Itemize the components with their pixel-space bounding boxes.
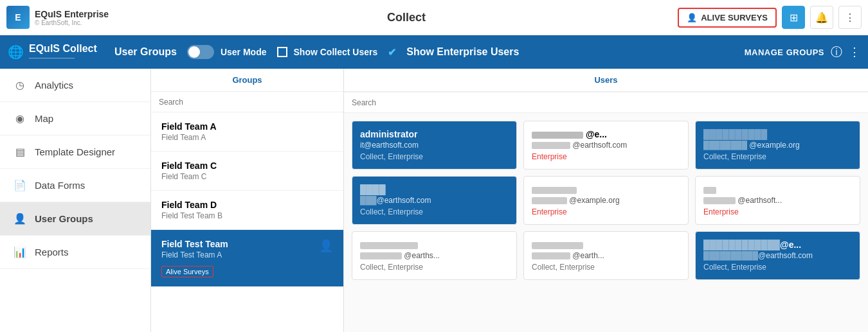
- notification-button[interactable]: 🔔: [810, 6, 833, 29]
- user-email: @earthsoft...: [703, 196, 852, 205]
- user-name: @e...: [532, 129, 680, 139]
- user-card[interactable]: @earth... Collect, Enterprise: [523, 231, 689, 280]
- logo-text: EQuIS Enterprise © EarthSoft, Inc.: [35, 9, 109, 26]
- sidebar-item-reports[interactable]: 📊 Reports: [0, 236, 150, 269]
- bar-menu-icon[interactable]: ⋮: [849, 45, 860, 59]
- user-mode-label: User Mode: [221, 47, 267, 57]
- user-card[interactable]: administrator it@earthsoft.com Collect, …: [352, 121, 517, 170]
- group-item[interactable]: Field Team A Field Team A: [151, 112, 343, 152]
- user-card[interactable]: @earthsoft... Enterprise: [695, 176, 860, 225]
- user-card[interactable]: ████████████@e... ██████████@earthsoft.c…: [695, 231, 860, 280]
- map-icon: ◉: [13, 112, 27, 125]
- top-header: E EQuIS Enterprise © EarthSoft, Inc. Col…: [0, 0, 868, 35]
- blurred-email: [532, 252, 570, 259]
- collect-brand-sub: ──────────: [29, 55, 97, 62]
- user-role: Collect, Enterprise: [360, 207, 509, 216]
- header-right: 👤 ALIVE SURVEYS ⊞ 🔔 ⋮: [678, 6, 862, 29]
- group-sub: Field Team C: [161, 172, 333, 181]
- info-icon[interactable]: ⓘ: [831, 44, 842, 60]
- collect-brand-name: EQuIS Collect: [29, 43, 97, 54]
- groups-search-area: [151, 92, 343, 112]
- blurred-email: [360, 252, 402, 259]
- user-card[interactable]: @earths... Collect, Enterprise: [352, 231, 517, 280]
- show-collect-checkbox[interactable]: [277, 47, 287, 57]
- bar-right: MANAGE GROUPS ⓘ ⋮: [739, 44, 860, 60]
- app-logo: E: [6, 6, 30, 29]
- group-sub-active: Field Test Team A: [161, 250, 228, 259]
- panels-container: Groups Field Team A Field Team A Field T…: [151, 69, 868, 332]
- user-role: Collect, Enterprise: [532, 263, 680, 272]
- analytics-icon: ◷: [13, 79, 27, 91]
- user-email: ███@earthsoft.com: [360, 196, 509, 205]
- show-enterprise-section: Show Enterprise Users: [406, 46, 519, 58]
- group-item[interactable]: Field Team C Field Team C: [151, 152, 343, 191]
- users-panel-header: Users: [344, 69, 868, 92]
- collect-brand: 🌐 EQuIS Collect ──────────: [8, 43, 104, 62]
- user-role: Enterprise: [532, 152, 680, 161]
- user-email: @earth...: [532, 251, 680, 260]
- manage-groups-button[interactable]: MANAGE GROUPS: [745, 48, 824, 57]
- alive-surveys-button[interactable]: 👤 ALIVE SURVEYS: [678, 8, 777, 28]
- group-person-icon: 👤: [319, 239, 333, 253]
- user-card[interactable]: ██████████ ████████ @example.org Collect…: [695, 121, 860, 170]
- groups-panel-header: Groups: [151, 69, 343, 92]
- sidebar-item-analytics[interactable]: ◷ Analytics: [0, 69, 150, 102]
- user-card[interactable]: @example.org Enterprise: [523, 176, 689, 225]
- user-role: Collect, Enterprise: [703, 152, 852, 161]
- blurred-email: [532, 197, 567, 204]
- user-card[interactable]: ████ ███@earthsoft.com Collect, Enterpri…: [352, 176, 517, 225]
- users-panel: Users administrator it@earthsoft.com Col…: [344, 69, 868, 332]
- group-list: Field Team A Field Team A Field Team C F…: [151, 112, 343, 332]
- user-email: ████████ @example.org: [703, 141, 852, 150]
- blurred-name: [360, 242, 418, 249]
- sidebar-item-user-groups[interactable]: 👤 User Groups: [0, 202, 150, 236]
- user-name: ████: [360, 184, 509, 195]
- user-name: [532, 184, 680, 195]
- users-search-input[interactable]: [352, 98, 860, 107]
- secondary-bar: 🌐 EQuIS Collect ────────── User Groups U…: [0, 35, 868, 69]
- user-name: [703, 184, 852, 195]
- data-forms-label: Data Forms: [35, 180, 85, 191]
- person-survey-icon: 👤: [687, 13, 697, 22]
- content-area: Groups Field Team A Field Team A Field T…: [151, 69, 868, 332]
- sidebar-item-map[interactable]: ◉ Map: [0, 102, 150, 135]
- logo-area: E EQuIS Enterprise © EarthSoft, Inc.: [6, 6, 135, 29]
- more-menu-button[interactable]: ⋮: [838, 6, 862, 29]
- user-email: ██████████@earthsoft.com: [703, 251, 852, 260]
- bell-icon: 🔔: [815, 12, 828, 24]
- groups-search-input[interactable]: [159, 98, 336, 107]
- app-name: EQuIS Enterprise: [35, 9, 109, 19]
- user-card[interactable]: @e... @earthsoft.com Enterprise: [523, 121, 689, 170]
- user-role: Collect, Enterprise: [360, 263, 509, 272]
- users-grid: administrator it@earthsoft.com Collect, …: [344, 113, 868, 332]
- group-sub: Field Team A: [161, 133, 333, 142]
- blurred-email: [532, 142, 570, 149]
- alive-surveys-tag: Alive Surveys: [161, 266, 213, 277]
- user-role: Collect, Enterprise: [703, 263, 852, 272]
- group-name: Field Team D: [161, 200, 333, 210]
- data-forms-icon: 📄: [13, 179, 27, 191]
- user-email: @example.org: [532, 196, 680, 205]
- sidebar-item-template-designer[interactable]: ▤ Template Designer: [0, 135, 150, 169]
- grid-view-button[interactable]: ⊞: [782, 6, 805, 29]
- blurred-name: [532, 132, 583, 139]
- group-sub: Field Test Team B: [161, 211, 333, 220]
- reports-icon: 📊: [13, 246, 27, 258]
- blurred-email: [703, 197, 736, 204]
- show-enterprise-label: Show Enterprise Users: [406, 46, 519, 58]
- user-mode-toggle[interactable]: [187, 45, 214, 59]
- group-item-active[interactable]: Field Test Team Field Test Team A Alive …: [151, 230, 343, 287]
- show-collect-section: Show Collect Users: [277, 47, 378, 57]
- sidebar-item-data-forms[interactable]: 📄 Data Forms: [0, 169, 150, 202]
- user-name: ████████████@e...: [703, 240, 852, 250]
- user-role: Collect, Enterprise: [360, 152, 509, 161]
- blurred-name: [703, 187, 716, 194]
- group-item[interactable]: Field Team D Field Test Team B: [151, 191, 343, 230]
- user-groups-nav-label: User Groups: [35, 213, 93, 224]
- user-name: [532, 240, 680, 250]
- template-label: Template Designer: [35, 146, 115, 157]
- user-groups-icon: 👤: [13, 213, 27, 225]
- user-mode-section: User Mode: [187, 45, 267, 59]
- blurred-name: [532, 187, 577, 194]
- groups-panel: Groups Field Team A Field Team A Field T…: [151, 69, 344, 332]
